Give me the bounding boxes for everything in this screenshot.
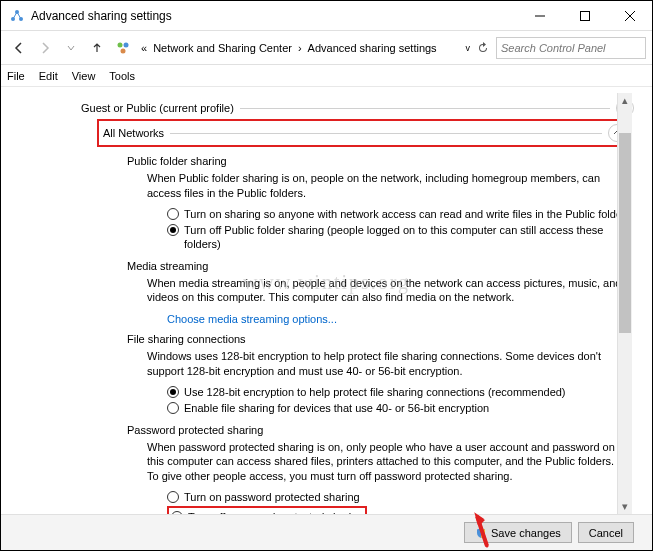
svg-point-5: [124, 42, 129, 47]
desc-password-protected-sharing: When password protected sharing is on, o…: [147, 440, 624, 485]
heading-file-sharing-connections: File sharing connections: [127, 333, 634, 345]
footer-bar: Save changes Cancel: [1, 514, 652, 550]
window-title: Advanced sharing settings: [31, 9, 517, 23]
content-area: Guest or Public (current profile) All Ne…: [1, 89, 652, 514]
recent-dropdown[interactable]: [59, 36, 83, 60]
link-media-streaming-options[interactable]: Choose media streaming options...: [167, 313, 634, 325]
radio-pfs-off[interactable]: Turn off Public folder sharing (people l…: [167, 223, 634, 252]
radio-pfs-on[interactable]: Turn on sharing so anyone with network a…: [167, 207, 634, 221]
up-button[interactable]: [85, 36, 109, 60]
vertical-scrollbar[interactable]: ▴ ▾: [617, 93, 632, 514]
radio-checked-icon: [167, 224, 179, 236]
scroll-down-icon[interactable]: ▾: [618, 499, 632, 514]
network-center-icon: [115, 40, 131, 56]
save-changes-button[interactable]: Save changes: [464, 522, 572, 543]
network-icon: [9, 8, 25, 24]
menu-view[interactable]: View: [72, 70, 96, 82]
heading-password-protected-sharing: Password protected sharing: [127, 424, 634, 436]
menu-edit[interactable]: Edit: [39, 70, 58, 82]
section-all-networks[interactable]: All Networks: [97, 119, 632, 147]
heading-media-streaming: Media streaming: [127, 260, 634, 272]
svg-point-4: [118, 42, 123, 47]
breadcrumb[interactable]: « Network and Sharing Center › Advanced …: [111, 40, 470, 56]
refresh-button[interactable]: [472, 37, 494, 59]
navigation-bar: « Network and Sharing Center › Advanced …: [1, 31, 652, 65]
menu-file[interactable]: File: [7, 70, 25, 82]
radio-fsc-128[interactable]: Use 128-bit encryption to help protect f…: [167, 385, 634, 399]
radio-icon: [167, 491, 179, 503]
radio-checked-icon: [167, 386, 179, 398]
svg-rect-3: [580, 11, 589, 20]
scroll-thumb[interactable]: [619, 133, 631, 333]
cancel-button[interactable]: Cancel: [578, 522, 634, 543]
radio-pps-off[interactable]: Turn off password protected sharing: [167, 506, 367, 514]
radio-fsc-40[interactable]: Enable file sharing for devices that use…: [167, 401, 634, 415]
forward-button[interactable]: [33, 36, 57, 60]
radio-icon: [167, 402, 179, 414]
desc-file-sharing-connections: Windows uses 128-bit encryption to help …: [147, 349, 624, 379]
search-input[interactable]: Search Control Panel: [496, 37, 646, 59]
shield-icon: [475, 527, 487, 539]
section-guest-public[interactable]: Guest or Public (current profile): [81, 99, 634, 117]
maximize-button[interactable]: [562, 1, 607, 30]
menu-bar: File Edit View Tools: [1, 65, 652, 87]
breadcrumb-dropdown[interactable]: v: [466, 43, 471, 53]
menu-tools[interactable]: Tools: [109, 70, 135, 82]
back-button[interactable]: [7, 36, 31, 60]
svg-point-6: [121, 48, 126, 53]
radio-pps-on[interactable]: Turn on password protected sharing: [167, 490, 634, 504]
title-bar: Advanced sharing settings: [1, 1, 652, 31]
scroll-up-icon[interactable]: ▴: [618, 93, 632, 108]
minimize-button[interactable]: [517, 1, 562, 30]
close-button[interactable]: [607, 1, 652, 30]
heading-public-folder-sharing: Public folder sharing: [127, 155, 634, 167]
desc-public-folder-sharing: When Public folder sharing is on, people…: [147, 171, 624, 201]
breadcrumb-current[interactable]: Advanced sharing settings: [308, 42, 437, 54]
radio-icon: [167, 208, 179, 220]
desc-media-streaming: When media streaming is on, people and d…: [147, 276, 624, 306]
breadcrumb-parent[interactable]: Network and Sharing Center: [153, 42, 292, 54]
